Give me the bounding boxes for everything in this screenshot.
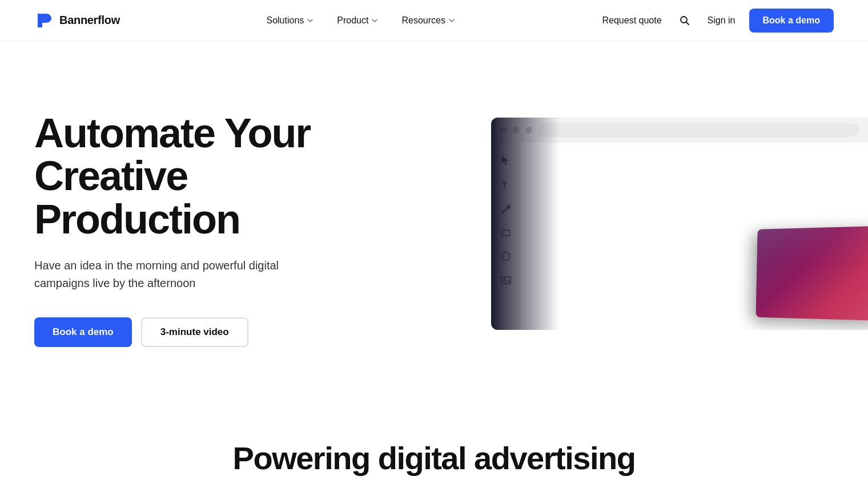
navbar: Bannerflow Solutions Product Resources R… — [0, 0, 868, 41]
hero-title: Automate Your Creative Production — [34, 112, 365, 241]
hero-image-overlay — [491, 118, 560, 330]
chevron-down-icon — [371, 17, 379, 25]
nav-center: Solutions Product Resources — [257, 11, 464, 30]
mock-app-ui: T — [491, 118, 868, 330]
bottom-section: Powering digital advertising — [0, 406, 868, 488]
hero-subtitle: Have an idea in the morning and powerful… — [34, 257, 331, 292]
search-icon — [679, 15, 690, 26]
nav-book-demo-button[interactable]: Book a demo — [749, 9, 834, 33]
hero-book-demo-button[interactable]: Book a demo — [34, 317, 132, 347]
request-quote-link[interactable]: Request quote — [602, 15, 662, 26]
nav-right: Request quote Sign in Book a demo — [602, 9, 834, 33]
search-button[interactable] — [676, 11, 694, 30]
brand-name: Bannerflow — [59, 14, 120, 27]
sign-in-link[interactable]: Sign in — [708, 15, 736, 26]
hero-video-button[interactable]: 3-minute video — [141, 317, 248, 347]
bottom-title: Powering digital advertising — [34, 441, 834, 476]
hero-content: Automate Your Creative Production Have a… — [34, 112, 365, 348]
hero-image: T — [491, 118, 868, 330]
chevron-down-icon — [448, 17, 456, 25]
hero-section: Automate Your Creative Production Have a… — [0, 41, 868, 406]
nav-resources[interactable]: Resources — [392, 11, 464, 30]
mock-address-bar — [538, 123, 859, 137]
nav-product[interactable]: Product — [328, 11, 388, 30]
mock-banner-element — [756, 226, 868, 321]
nav-solutions[interactable]: Solutions — [257, 11, 323, 30]
logo-link[interactable]: Bannerflow — [34, 10, 120, 31]
mock-canvas — [521, 143, 868, 330]
chevron-down-icon — [306, 17, 314, 25]
svg-point-0 — [681, 17, 687, 23]
bannerflow-logo-icon — [34, 10, 55, 31]
hero-buttons: Book a demo 3-minute video — [34, 317, 365, 347]
